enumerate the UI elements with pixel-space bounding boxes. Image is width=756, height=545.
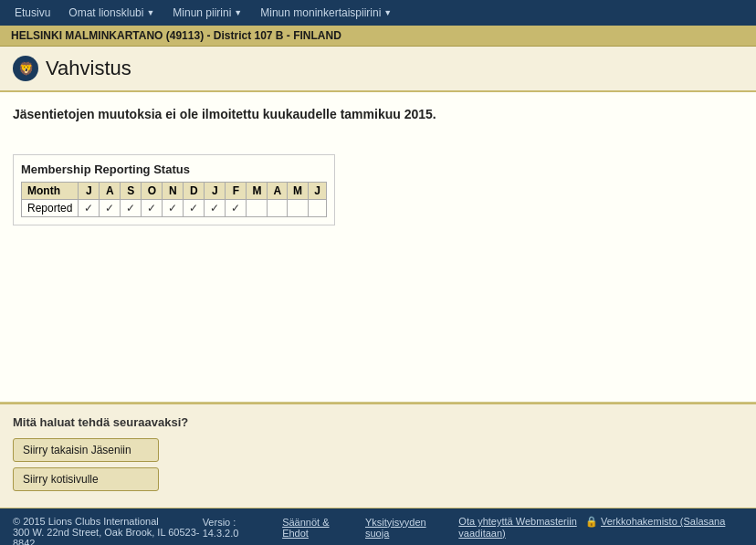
nav-moninkertaispiirini[interactable]: Minun moninkertaispiirini ▼ (253, 3, 399, 23)
check-icon: ✓ (231, 202, 240, 215)
cell-m2 (288, 200, 309, 217)
cell-s: ✓ (121, 200, 142, 217)
footer-left: © 2015 Lions Clubs International 300 W. … (13, 516, 203, 545)
cell-a1: ✓ (100, 200, 121, 217)
footer-contact-section: Ota yhteyttä Webmasteriin 🔒 Verkkohakemi… (458, 516, 743, 539)
cell-f: ✓ (226, 200, 247, 217)
what-next-section: Mitä haluat tehdä seuraavaksi? Siirry ta… (0, 403, 756, 508)
footer-right: Versio : 14.3.2.0 Säännöt & Ehdot Yksity… (203, 516, 743, 539)
club-info-bar: HELSINKI MALMINKARTANO (49113) - Distric… (0, 26, 756, 47)
membership-status-table: Month J A S O N D J F M A M J Reported (21, 182, 327, 217)
table-row: Reported ✓ ✓ ✓ ✓ ✓ ✓ ✓ ✓ (22, 200, 327, 217)
title-section: 🦁 Vahvistus (0, 47, 756, 92)
col-header-month: Month (22, 183, 79, 200)
col-header-j1: J (79, 183, 100, 200)
nav-etusivu-label: Etusivu (15, 6, 50, 19)
col-header-s: S (121, 183, 142, 200)
btn-back-members[interactable]: Siirry takaisin Jäseniin (13, 438, 159, 462)
col-header-j3: J (309, 183, 327, 200)
footer-privacy-link[interactable]: Yksityisyyden suoja (365, 517, 444, 539)
footer-address: 300 W. 22nd Street, Oak Brook, IL 60523-… (13, 527, 203, 545)
club-info-text: HELSINKI MALMINKARTANO (49113) - Distric… (11, 29, 341, 42)
check-icon: ✓ (189, 202, 198, 215)
lions-logo-icon: 🦁 (13, 56, 38, 81)
check-icon: ✓ (126, 202, 135, 215)
chevron-down-icon: ▼ (234, 8, 242, 17)
membership-section-title: Membership Reporting Status (21, 162, 327, 176)
col-header-d: D (184, 183, 205, 200)
chevron-down-icon: ▼ (146, 8, 154, 17)
footer: © 2015 Lions Clubs International 300 W. … (0, 508, 756, 545)
cell-j2: ✓ (205, 200, 226, 217)
col-header-j2: J (205, 183, 226, 200)
cell-a2 (268, 200, 288, 217)
btn-home[interactable]: Siirry kotisivulle (13, 467, 159, 491)
footer-copyright: © 2015 Lions Clubs International (13, 516, 203, 527)
cell-o: ✓ (142, 200, 163, 217)
membership-reporting-section: Membership Reporting Status Month J A S … (13, 154, 335, 225)
cell-j3 (309, 200, 327, 217)
col-header-o: O (142, 183, 163, 200)
top-navigation: Etusivu Omat lionsklubi ▼ Minun piirini … (0, 0, 756, 26)
cell-n: ✓ (163, 200, 184, 217)
check-icon: ✓ (147, 202, 156, 215)
table-header-row: Month J A S O N D J F M A M J (22, 183, 327, 200)
nav-omat-lionsklubi-label: Omat lionsklubi (68, 6, 143, 19)
cell-j1: ✓ (79, 200, 100, 217)
confirmation-message: Jäsentietojen muutoksia ei ole ilmoitett… (13, 107, 743, 121)
footer-version: Versio : 14.3.2.0 (203, 517, 268, 539)
col-header-a2: A (268, 183, 288, 200)
logo-symbol: 🦁 (18, 61, 34, 76)
col-header-n: N (163, 183, 184, 200)
check-icon: ✓ (105, 202, 114, 215)
check-icon: ✓ (210, 202, 219, 215)
nav-minun-piirini[interactable]: Minun piirini ▼ (165, 3, 249, 23)
nav-omat-lionsklubi[interactable]: Omat lionsklubi ▼ (61, 3, 162, 23)
what-next-title: Mitä haluat tehdä seuraavaksi? (13, 415, 743, 429)
footer-terms-link[interactable]: Säännöt & Ehdot (282, 517, 351, 539)
col-header-m2: M (288, 183, 309, 200)
col-header-a1: A (100, 183, 121, 200)
lock-icon: 🔒 (585, 516, 598, 527)
col-header-f: F (226, 183, 247, 200)
nav-minun-piirini-label: Minun piirini (173, 6, 231, 19)
chevron-down-icon: ▼ (383, 8, 392, 17)
check-icon: ✓ (84, 202, 93, 215)
footer-contact-link[interactable]: Ota yhteyttä Webmasteriin (458, 516, 576, 527)
nav-moninkertaispiirini-label: Minun moninkertaispiirini (260, 6, 381, 19)
row-label-reported: Reported (22, 200, 79, 217)
cell-d: ✓ (184, 200, 205, 217)
page-title: Vahvistus (46, 57, 131, 80)
main-content: Jäsentietojen muutoksia ei ole ilmoitett… (0, 92, 756, 403)
cell-m1 (247, 200, 268, 217)
nav-etusivu[interactable]: Etusivu (7, 3, 58, 23)
col-header-m1: M (247, 183, 268, 200)
check-icon: ✓ (168, 202, 177, 215)
